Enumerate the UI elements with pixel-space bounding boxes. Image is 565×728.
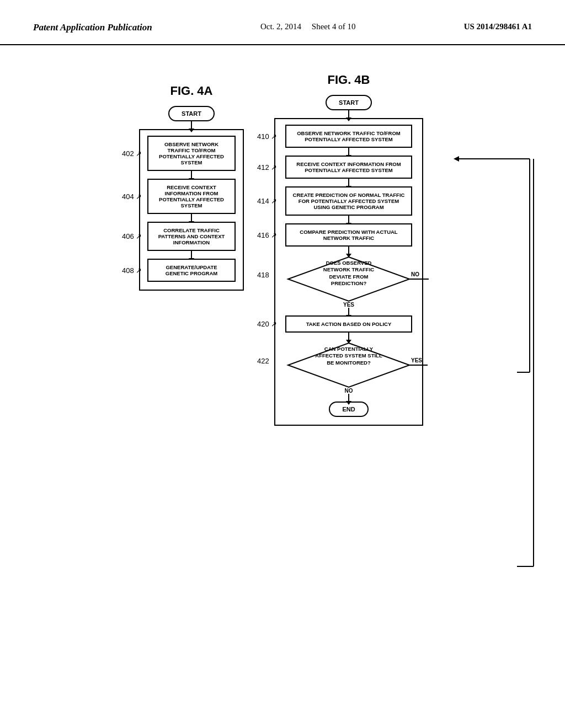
step-414-row: 414 ↗ CREATE PREDICTION OF NORMAL TRAFFI… (282, 186, 415, 216)
step-404-box: RECEIVE CONTEXT INFORMATION FROM POTENTI… (147, 179, 236, 214)
step-422-num: 422 (257, 357, 269, 365)
main-content: FIG. 4A START 402 ↗ OBSERVE NETWORK TRAF… (0, 45, 565, 448)
yes-label-422: YES (411, 357, 422, 363)
diamond-418-shape: DOES OBSERVED NETWORK TRAFFIC DEVIATE FR… (285, 254, 412, 304)
step-406-box: CORRELATE TRAFFIC PATTERNS AND CONTEXT I… (147, 222, 236, 251)
no-label-422: NO (345, 388, 353, 394)
step-414-box: CREATE PREDICTION OF NORMAL TRAFFIC FOR … (285, 186, 412, 216)
step-420-box: TAKE ACTION BASED ON POLICY (285, 315, 412, 333)
step-418-num: 418 (257, 271, 269, 279)
diamond-422-text: CAN POTENTIALLY AFFECTED SYSTEM STILL BE… (315, 346, 382, 366)
step-404-row: 404 ↗ RECEIVE CONTEXT INFORMATION FROM P… (147, 179, 236, 214)
diamond-422-shape: CAN POTENTIALLY AFFECTED SYSTEM STILL BE… (285, 340, 412, 390)
step-412-row: 412 ↗ RECEIVE CONTEXT INFORMATION FROM P… (282, 156, 415, 179)
fig4a-label: FIG. 4A (131, 84, 252, 98)
step-404-num: 404 ↗ (122, 192, 142, 201)
yes-label-418: YES (343, 302, 354, 308)
publication-label: Patent Application Publication (33, 22, 152, 33)
step-410-row: 410 ↗ OBSERVE NETWORK TRAFFIC TO/FROM PO… (282, 125, 415, 148)
diamond-422-container: 422 CAN POTENTIALLY AFFECTED SYSTEM STIL… (282, 340, 415, 394)
step-412-num: 412 ↗ (257, 163, 277, 172)
no-label-418: NO (411, 271, 419, 277)
fig4a-start: START (168, 106, 215, 121)
fig4a-container: FIG. 4A START 402 ↗ OBSERVE NETWORK TRAF… (131, 84, 252, 426)
step-414-num: 414 ↗ (257, 197, 277, 205)
step-408-row: 408 ↗ GENERATE/UPDATE GENETIC PROGRAM (147, 259, 236, 282)
step-408-box: GENERATE/UPDATE GENETIC PROGRAM (147, 259, 236, 282)
step-420-num: 420 ↗ (257, 320, 277, 328)
sheet-info: Sheet 4 of 10 (312, 22, 356, 31)
step-416-row: 416 ↗ COMPARE PREDICTION WITH ACTUAL NET… (282, 223, 415, 247)
step-412-box: RECEIVE CONTEXT INFORMATION FROM POTENTI… (285, 156, 412, 179)
diamond-418-container: 418 DOES OBSERVED NETWORK TRAFFIC DEVIAT… (282, 254, 415, 308)
header-center: Oct. 2, 2014 Sheet 4 of 10 (260, 22, 356, 31)
step-416-num: 416 ↗ (257, 231, 277, 239)
step-406-num: 406 ↗ (122, 232, 142, 240)
fig4b-flow-box: 410 ↗ OBSERVE NETWORK TRAFFIC TO/FROM PO… (274, 118, 423, 426)
diamond-418-text: DOES OBSERVED NETWORK TRAFFIC DEVIATE FR… (323, 260, 374, 286)
step-410-num: 410 ↗ (257, 132, 277, 141)
fig4b-start: START (326, 95, 372, 110)
step-402-num: 402 ↗ (122, 149, 142, 158)
step-416-box: COMPARE PREDICTION WITH ACTUAL NETWORK T… (285, 223, 412, 247)
step-420-row: 420 ↗ TAKE ACTION BASED ON POLICY (282, 315, 415, 333)
patent-number: US 2014/298461 A1 (464, 22, 532, 31)
step-402-row: 402 ↗ OBSERVE NETWORK TRAFFIC TO/FROM PO… (147, 136, 236, 171)
page-header: Patent Application Publication Oct. 2, 2… (0, 0, 565, 45)
fig4b-label: FIG. 4B (263, 73, 434, 87)
fig4b-container: FIG. 4B START 410 ↗ OBSERVE NETWORK TRAF… (263, 73, 434, 426)
step-406-row: 406 ↗ CORRELATE TRAFFIC PATTERNS AND CON… (147, 222, 236, 251)
step-410-box: OBSERVE NETWORK TRAFFIC TO/FROM POTENTIA… (285, 125, 412, 148)
step-408-num: 408 ↗ (122, 266, 142, 275)
step-402-box: OBSERVE NETWORK TRAFFIC TO/FROM POTENTIA… (147, 136, 236, 171)
publication-date: Oct. 2, 2014 (260, 22, 301, 31)
